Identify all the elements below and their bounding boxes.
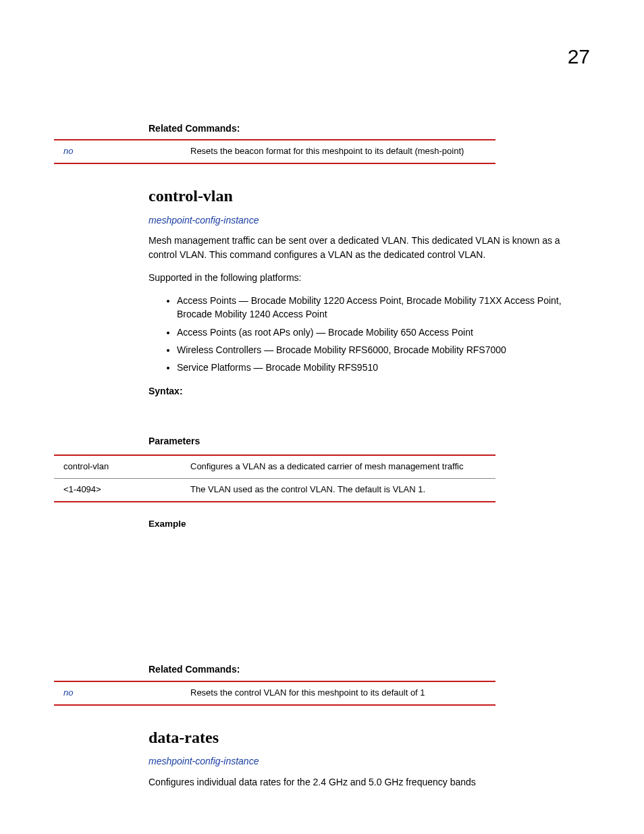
- command-desc: Resets the control VLAN for this meshpoi…: [181, 681, 495, 705]
- supported-platforms-list: Access Points — Brocade Mobility 1220 Ac…: [149, 294, 590, 374]
- list-item: Access Points (as root APs only) — Broca…: [177, 325, 590, 339]
- param-name: control-vlan: [54, 455, 181, 478]
- related-commands-table: no Resets the control VLAN for this mesh…: [54, 681, 495, 706]
- example-heading: Example: [149, 517, 590, 531]
- page: 27 Related Commands: no Resets the beaco…: [0, 0, 644, 834]
- table-row: <1-4094> The VLAN used as the control VL…: [54, 479, 495, 502]
- intro-paragraph: Mesh management traffic can be sent over…: [149, 234, 590, 261]
- supported-platforms-heading: Supported in the following platforms:: [149, 271, 590, 284]
- related-commands-heading: Related Commands:: [149, 662, 590, 676]
- table-row: no Resets the beacon format for this mes…: [54, 140, 495, 163]
- param-name: <1-4094>: [54, 479, 181, 502]
- command-link-no[interactable]: no: [63, 687, 73, 698]
- parameters-table: control-vlan Configures a VLAN as a dedi…: [54, 454, 495, 502]
- related-commands-heading: Related Commands:: [149, 122, 590, 135]
- example-gap: [149, 537, 590, 658]
- list-item: Wireless Controllers — Brocade Mobility …: [177, 343, 590, 357]
- page-content: Related Commands: no Resets the beacon f…: [149, 122, 590, 789]
- syntax-gap: [149, 405, 590, 425]
- intro-paragraph: Configures individual data rates for the…: [149, 775, 590, 789]
- breadcrumb-link[interactable]: meshpoint-config-instance: [149, 754, 590, 768]
- command-link-no[interactable]: no: [63, 146, 73, 156]
- list-item: Service Platforms — Brocade Mobility RFS…: [177, 361, 590, 374]
- command-desc: Resets the beacon format for this meshpo…: [181, 140, 495, 163]
- breadcrumb-link[interactable]: meshpoint-config-instance: [149, 213, 590, 227]
- syntax-heading: Syntax:: [149, 384, 590, 398]
- param-desc: Configures a VLAN as a dedicated carrier…: [181, 455, 495, 478]
- related-commands-table: no Resets the beacon format for this mes…: [54, 139, 495, 164]
- parameters-heading: Parameters: [149, 434, 590, 448]
- param-desc: The VLAN used as the control VLAN. The d…: [181, 479, 495, 502]
- page-number: 27: [568, 42, 590, 72]
- section-title-data-rates: data-rates: [149, 726, 590, 750]
- table-row: no Resets the control VLAN for this mesh…: [54, 681, 495, 705]
- list-item: Access Points — Brocade Mobility 1220 Ac…: [177, 294, 590, 321]
- table-row: control-vlan Configures a VLAN as a dedi…: [54, 455, 495, 478]
- section-title-control-vlan: control-vlan: [149, 184, 590, 208]
